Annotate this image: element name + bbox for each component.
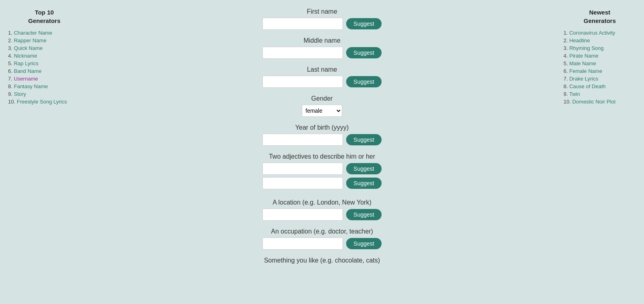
adjective-2-input[interactable] <box>262 177 343 189</box>
last-name-label: Last name <box>307 66 337 73</box>
sidebar-item-nickname[interactable]: Nickname <box>14 53 37 59</box>
middle-name-group: Middle name Suggest <box>97 37 547 59</box>
sidebar-right-title: NewestGenerators <box>564 8 636 25</box>
sidebar-item-freestyle-song-lyrics[interactable]: Freestyle Song Lyrics <box>17 99 67 105</box>
sidebar-left: Top 10Generators 1. Character Name 2. Ra… <box>0 0 89 304</box>
list-item: 6. Band Name <box>8 68 80 74</box>
sidebar-item-male-name[interactable]: Male Name <box>569 60 596 66</box>
first-name-row: Suggest <box>262 18 381 30</box>
sidebar-item-headline[interactable]: Headline <box>569 37 590 43</box>
list-item: 7. Drake Lyrics <box>564 76 636 82</box>
list-item: 4. Pirate Name <box>564 53 636 59</box>
location-label: A location (e.g. London, New York) <box>272 199 372 206</box>
sidebar-item-fantasy-name[interactable]: Fantasy Name <box>14 83 48 89</box>
location-input[interactable] <box>262 209 343 221</box>
list-item: 5. Male Name <box>564 60 636 66</box>
occupation-group: An occupation (e.g. doctor, teacher) Sug… <box>97 228 547 250</box>
year-of-birth-label: Year of birth (yyyy) <box>295 124 349 131</box>
gender-group: Gender female male <box>97 95 547 117</box>
gender-select[interactable]: female male <box>302 105 342 117</box>
year-of-birth-group: Year of birth (yyyy) Suggest <box>97 124 547 146</box>
sidebar-item-rhyming-song[interactable]: Rhyming Song <box>569 45 603 51</box>
adjective-1-suggest-button[interactable]: Suggest <box>346 163 381 174</box>
occupation-suggest-button[interactable]: Suggest <box>346 238 381 249</box>
adjective-2-suggest-button[interactable]: Suggest <box>346 178 381 189</box>
first-name-input[interactable] <box>262 18 343 30</box>
occupation-input[interactable] <box>262 238 343 250</box>
sidebar-item-cause-of-death[interactable]: Cause of Death <box>569 83 605 89</box>
sidebar-item-character-name[interactable]: Character Name <box>14 30 52 36</box>
year-of-birth-suggest-button[interactable]: Suggest <box>346 134 381 145</box>
list-item: 2. Headline <box>564 37 636 43</box>
list-item: 10. Freestyle Song Lyrics <box>8 99 80 105</box>
sidebar-item-quick-name[interactable]: Quick Name <box>14 45 43 51</box>
something-like-group: Something you like (e.g. chocolate, cats… <box>97 257 547 267</box>
gender-row: female male <box>302 105 342 117</box>
last-name-row: Suggest <box>262 76 381 88</box>
sidebar-left-title: Top 10Generators <box>8 8 80 25</box>
list-item: 6. Female Name <box>564 68 636 74</box>
list-item: 7. Username <box>8 76 80 82</box>
list-item: 5. Rap Lyrics <box>8 60 80 66</box>
sidebar-item-twin[interactable]: Twin <box>569 91 580 97</box>
sidebar-item-band-name[interactable]: Band Name <box>14 68 41 74</box>
main-content: First name Suggest Middle name Suggest L… <box>89 0 555 304</box>
list-item: 1. Coronavirus Activity <box>564 30 636 36</box>
sidebar-item-rapper-name[interactable]: Rapper Name <box>14 37 46 43</box>
first-name-suggest-button[interactable]: Suggest <box>346 18 381 29</box>
sidebar-item-pirate-name[interactable]: Pirate Name <box>569 53 598 59</box>
location-suggest-button[interactable]: Suggest <box>346 209 381 220</box>
adjective-row-1: Suggest <box>262 163 381 175</box>
sidebar-item-username[interactable]: Username <box>14 76 38 82</box>
something-like-label: Something you like (e.g. chocolate, cats… <box>264 257 380 264</box>
page-wrapper: Top 10Generators 1. Character Name 2. Ra… <box>0 0 644 304</box>
middle-name-input[interactable] <box>262 47 343 59</box>
year-of-birth-input[interactable] <box>262 134 343 146</box>
list-item: 9. Story <box>8 91 80 97</box>
gender-label: Gender <box>311 95 332 102</box>
list-item: 9. Twin <box>564 91 636 97</box>
first-name-label: First name <box>307 8 337 15</box>
adjectives-label: Two adjectives to describe him or her <box>269 153 375 160</box>
adjective-1-input[interactable] <box>262 163 343 175</box>
last-name-group: Last name Suggest <box>97 66 547 88</box>
sidebar-item-rap-lyrics[interactable]: Rap Lyrics <box>14 60 38 66</box>
list-item: 4. Nickname <box>8 53 80 59</box>
list-item: 3. Quick Name <box>8 45 80 51</box>
list-item: 8. Fantasy Name <box>8 83 80 89</box>
top-generators-list: 1. Character Name 2. Rapper Name 3. Quic… <box>8 30 80 105</box>
sidebar-item-drake-lyrics[interactable]: Drake Lyrics <box>569 76 598 82</box>
middle-name-suggest-button[interactable]: Suggest <box>346 47 381 58</box>
year-of-birth-row: Suggest <box>262 134 381 146</box>
location-row: Suggest <box>262 209 381 221</box>
list-item: 10. Domestic Noir Plot <box>564 99 636 105</box>
last-name-suggest-button[interactable]: Suggest <box>346 76 381 87</box>
sidebar-item-coronavirus-activity[interactable]: Coronavirus Activity <box>569 30 615 36</box>
location-group: A location (e.g. London, New York) Sugge… <box>97 199 547 221</box>
list-item: 8. Cause of Death <box>564 83 636 89</box>
middle-name-row: Suggest <box>262 47 381 59</box>
newest-generators-list: 1. Coronavirus Activity 2. Headline 3. R… <box>564 30 636 105</box>
adjective-row-2: Suggest <box>262 177 381 189</box>
first-name-group: First name Suggest <box>97 8 547 30</box>
occupation-label: An occupation (e.g. doctor, teacher) <box>271 228 373 235</box>
sidebar-item-domestic-noir-plot[interactable]: Domestic Noir Plot <box>572 99 616 105</box>
list-item: 3. Rhyming Song <box>564 45 636 51</box>
occupation-row: Suggest <box>262 238 381 250</box>
sidebar-right: NewestGenerators 1. Coronavirus Activity… <box>555 0 644 304</box>
adjectives-group: Two adjectives to describe him or her Su… <box>97 153 547 192</box>
sidebar-item-female-name[interactable]: Female Name <box>569 68 602 74</box>
list-item: 2. Rapper Name <box>8 37 80 43</box>
list-item: 1. Character Name <box>8 30 80 36</box>
sidebar-item-story[interactable]: Story <box>14 91 26 97</box>
middle-name-label: Middle name <box>303 37 341 44</box>
last-name-input[interactable] <box>262 76 343 88</box>
